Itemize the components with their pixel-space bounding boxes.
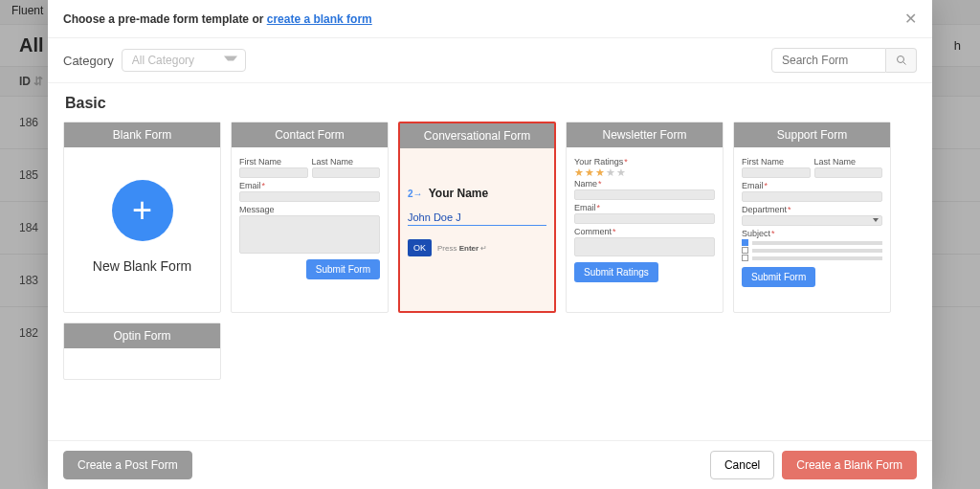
name-label: Name: [574, 179, 715, 189]
checkbox-option: [742, 247, 882, 254]
first-name-label: First Name: [742, 157, 811, 167]
close-icon[interactable]: ✕: [904, 10, 917, 28]
press-enter-hint: Press Enter ↵: [437, 244, 487, 253]
ratings-label: Your Ratings: [574, 157, 715, 167]
modal-footer: Create a Post Form Cancel Create a Blank…: [48, 440, 932, 489]
comment-label: Comment: [574, 227, 715, 236]
name-field: [574, 189, 715, 200]
card-title: Blank Form: [64, 122, 220, 147]
section-title: Basic: [65, 95, 917, 112]
star-rating: ★★★★★: [574, 167, 715, 179]
comment-field: [574, 237, 715, 256]
modal-header: Choose a pre-made form template or creat…: [48, 0, 932, 38]
submit-button: Submit Form: [742, 267, 815, 287]
modal-filter-bar: Category All Category: [48, 38, 932, 83]
cancel-button[interactable]: Cancel: [710, 451, 774, 479]
category-select[interactable]: All Category: [122, 49, 246, 72]
template-card-conversational[interactable]: Conversational Form 2→ Your Name OK Pres…: [398, 122, 556, 313]
template-card-optin[interactable]: Optin Form: [63, 322, 221, 380]
checkbox-option: [742, 239, 882, 246]
last-name-field: [312, 167, 381, 178]
message-label: Message: [239, 205, 380, 214]
email-field: [742, 191, 882, 202]
first-name-label: First Name: [239, 157, 308, 167]
department-label: Department: [742, 205, 882, 214]
card-title: Support Form: [734, 122, 890, 147]
search-input[interactable]: [771, 48, 886, 73]
template-card-blank[interactable]: Blank Form + New Blank Form: [63, 122, 221, 313]
modal-prompt: Choose a pre-made form template or: [63, 12, 267, 26]
template-card-support[interactable]: Support Form First Name Last Name Email …: [733, 122, 891, 313]
submit-ratings-button: Submit Ratings: [574, 262, 658, 282]
last-name-field: [814, 167, 883, 178]
template-chooser-modal: Choose a pre-made form template or creat…: [48, 0, 932, 489]
email-field: [574, 213, 715, 224]
first-name-field: [239, 167, 308, 178]
checkbox-option: [742, 255, 882, 261]
card-title: Conversational Form: [400, 123, 554, 148]
last-name-label: Last Name: [312, 157, 381, 167]
blank-caption: New Blank Form: [72, 258, 212, 274]
conv-question: 2→ Your Name: [408, 187, 546, 200]
email-label: Email: [574, 203, 715, 212]
subject-label: Subject: [742, 229, 882, 238]
ok-button: OK: [408, 239, 432, 256]
message-field: [239, 215, 380, 254]
department-select: [742, 215, 882, 226]
search-icon: [896, 55, 907, 66]
create-post-form-button[interactable]: Create a Post Form: [63, 451, 192, 479]
card-title: Newsletter Form: [567, 122, 723, 147]
template-grid: Blank Form + New Blank Form Contact Form…: [63, 122, 917, 380]
category-label: Category: [63, 54, 114, 68]
template-card-newsletter[interactable]: Newsletter Form Your Ratings ★★★★★ Name …: [566, 122, 724, 313]
last-name-label: Last Name: [814, 157, 883, 167]
conv-answer-input: [408, 210, 546, 226]
email-label: Email: [239, 181, 380, 190]
first-name-field: [742, 167, 811, 178]
email-label: Email: [742, 181, 882, 190]
modal-body: Basic Blank Form + New Blank Form Contac…: [48, 83, 932, 440]
svg-line-1: [902, 62, 905, 65]
create-blank-link[interactable]: create a blank form: [267, 12, 372, 26]
search-button[interactable]: [886, 48, 917, 73]
submit-button: Submit Form: [306, 259, 380, 279]
card-title: Optin Form: [64, 323, 220, 348]
card-title: Contact Form: [232, 122, 388, 147]
svg-point-0: [897, 56, 903, 63]
create-blank-form-button[interactable]: Create a Blank Form: [782, 451, 917, 479]
email-field: [239, 191, 380, 202]
plus-icon: +: [112, 180, 173, 241]
template-card-contact[interactable]: Contact Form First Name Last Name Email …: [231, 122, 389, 313]
